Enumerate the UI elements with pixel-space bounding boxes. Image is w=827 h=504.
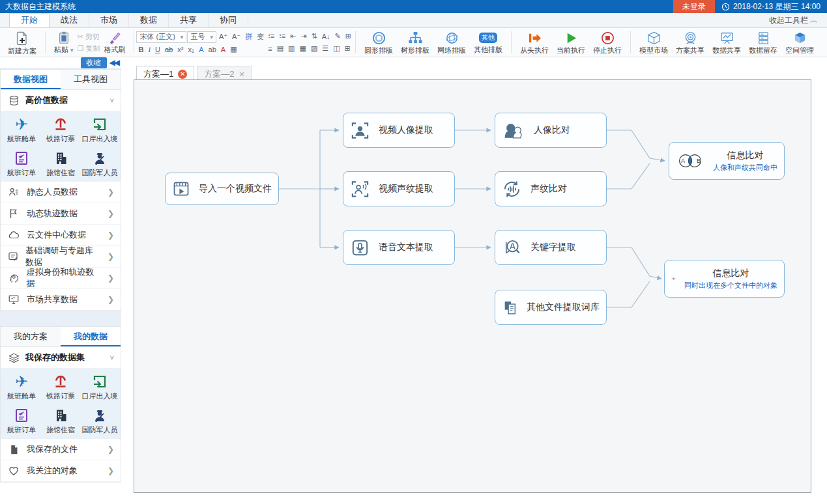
close-tab-icon[interactable]: ✕	[239, 70, 244, 79]
network-layout-button[interactable]: 网络排版	[433, 29, 470, 56]
node-info-compare-1[interactable]: A B 信息比对 人像和声纹共同命中	[669, 142, 785, 180]
char-shading-button[interactable]: ▦	[228, 45, 239, 53]
strikethrough-button[interactable]: ab	[163, 46, 175, 53]
node-info-compare-2[interactable]: A B 信息比对 同时出现在多个文件中的对象	[664, 260, 785, 298]
tree-layout-button[interactable]: 树形排版	[397, 29, 433, 56]
plan-share-button[interactable]: 方案共享	[672, 29, 708, 56]
menu-tab-share[interactable]: 共享	[169, 13, 209, 27]
space-management-button[interactable]: 空间管理	[781, 29, 818, 56]
menu-tab-tactics[interactable]: 战法	[50, 13, 89, 27]
list-item-virtual-identity[interactable]: 虚拟身份和轨迹数据 ❯	[1, 268, 121, 289]
flow-canvas[interactable]: 导入一个视频文件 视频人像提取 视频声纹提取 语音文本提取 人像比对 声纹比对 …	[134, 79, 811, 493]
menu-tab-start[interactable]: 开始	[9, 13, 50, 27]
node-voiceprint-compare[interactable]: 声纹比对	[495, 171, 607, 206]
shading-button[interactable]: ◫	[331, 44, 341, 53]
dataset-military-personnel[interactable]: 国防军人员	[80, 407, 119, 435]
align-left-button[interactable]: ≡	[266, 45, 274, 53]
dataset-hotel-stay[interactable]: 旅馆住宿	[41, 407, 80, 435]
node-face-compare[interactable]: 人像比对	[495, 113, 607, 148]
phonetic-guide-button[interactable]: 拼	[243, 32, 254, 42]
table-button[interactable]: ⊞	[343, 32, 353, 40]
data-share-button[interactable]: 数据共享	[708, 29, 745, 56]
list-item-saved-files[interactable]: 我保存的文件 ❯	[1, 439, 121, 460]
dataset-railway-ticket[interactable]: 铁路订票	[41, 116, 80, 144]
collapse-toolbar-link[interactable]: 收起工具栏 ︿	[769, 13, 827, 27]
list-item-cloud-file-center[interactable]: 云文件中心数据 ❯	[1, 225, 121, 246]
menu-tab-market[interactable]: 市场	[89, 13, 129, 27]
align-center-button[interactable]: ▤	[275, 44, 285, 53]
run-current-button[interactable]: 当前执行	[553, 29, 589, 56]
font-name-select[interactable]: 宋体 (正文)▾	[136, 31, 186, 43]
cut-button[interactable]: ✂剪切	[78, 32, 100, 42]
format-painter-button[interactable]: 格式刷	[100, 29, 129, 56]
sort-button[interactable]: A↓	[320, 33, 332, 40]
justify-button[interactable]: ▦	[297, 44, 308, 53]
node-other-file-word-library[interactable]: 其他文件提取词库	[495, 290, 607, 325]
data-retention-button[interactable]: 数据留存	[745, 29, 781, 56]
chevron-left-double-icon[interactable]: ◀◀	[109, 58, 120, 67]
paragraph-spacing-button[interactable]: ☰	[320, 44, 330, 53]
model-market-button[interactable]: 模型市场	[635, 29, 672, 56]
tab-data-view[interactable]: 数据视图	[1, 70, 61, 89]
grow-font-button[interactable]: A⁺	[217, 33, 229, 41]
circle-layout-button[interactable]: 圆形排版	[360, 29, 397, 56]
close-tab-icon[interactable]: ✕	[178, 70, 187, 79]
tab-tool-view[interactable]: 工具视图	[61, 70, 121, 89]
highlight-button[interactable]: ab	[207, 46, 218, 53]
dataset-flight-manifest[interactable]: ✈ 航班舱单	[2, 116, 41, 144]
text-effects-button[interactable]: A	[197, 46, 205, 53]
dataset-military-personnel[interactable]: 国防军人员	[80, 150, 119, 178]
dataset-hotel-stay[interactable]: 旅馆住宿	[41, 150, 80, 178]
dataset-border-entry-exit[interactable]: 口岸出入境	[80, 116, 119, 144]
font-size-select[interactable]: 五号▾	[187, 31, 216, 43]
font-color-button[interactable]: A	[219, 46, 227, 53]
section-saved-datasets[interactable]: 我保存的数据集 ˅	[1, 347, 121, 369]
underline-button[interactable]: U	[153, 46, 162, 53]
increase-indent-button[interactable]: ⇥	[298, 32, 308, 40]
menu-tab-data[interactable]: 数据	[129, 13, 169, 27]
node-import-video-file[interactable]: 导入一个视频文件	[165, 173, 279, 205]
copy-button[interactable]: ❐复制	[78, 44, 100, 53]
other-layout-button[interactable]: 其他 其他排版	[470, 29, 506, 56]
line-spacing-button[interactable]: ⇅	[310, 32, 319, 40]
show-marks-button[interactable]: ✎	[333, 32, 343, 40]
align-right-button[interactable]: ▥	[286, 44, 297, 53]
node-speech-to-text-extract[interactable]: 语音文本提取	[343, 230, 455, 265]
paste-button[interactable]: 粘贴 ▾	[50, 29, 78, 56]
italic-button[interactable]: I	[146, 46, 152, 53]
section-high-value-data[interactable]: 高价值数据 ˅	[1, 90, 121, 111]
dataset-flight-order[interactable]: 航班订单	[2, 407, 41, 435]
decrease-indent-button[interactable]: ⇤	[288, 32, 298, 40]
subscript-button[interactable]: x₂	[186, 46, 196, 53]
collapse-sidebar-button[interactable]: 收缩	[81, 57, 107, 68]
title-bar: 大数据自主建模系统 未登录 2018-02-13 星期三 14:00	[0, 0, 827, 13]
distribute-button[interactable]: ▧	[309, 44, 319, 53]
list-item-research-library[interactable]: 基础调研与专题库数据 ❯	[1, 246, 121, 268]
node-video-face-extract[interactable]: 视频人像提取	[343, 113, 455, 148]
node-keyword-extract[interactable]: 关键字提取	[495, 230, 607, 265]
dataset-railway-ticket[interactable]: 铁路订票	[41, 373, 80, 401]
dataset-flight-order[interactable]: 航班订单	[2, 150, 41, 178]
dataset-flight-manifest[interactable]: ✈ 航班舱单	[2, 373, 41, 401]
bullet-list-button[interactable]: ⁝≡	[266, 32, 276, 40]
shrink-font-button[interactable]: A⁻	[230, 33, 242, 41]
stop-execution-button[interactable]: 停止执行	[589, 29, 626, 56]
new-plan-button[interactable]: 新建方案	[4, 29, 40, 56]
dataset-border-entry-exit[interactable]: 口岸出入境	[80, 373, 119, 401]
list-item-followed-objects[interactable]: 我关注的对象 ❯	[1, 460, 121, 482]
run-from-start-button[interactable]: 从头执行	[516, 29, 553, 56]
list-item-static-personnel[interactable]: 静态人员数据 ❯	[1, 182, 121, 203]
bold-button[interactable]: B	[136, 46, 145, 53]
borders-button[interactable]: ⊞	[343, 44, 353, 53]
node-video-voiceprint-extract[interactable]: 视频声纹提取	[343, 171, 455, 206]
caret-down-icon: ▾	[210, 34, 213, 40]
tab-my-data[interactable]: 我的数据	[61, 327, 121, 346]
change-case-button[interactable]: 变	[255, 32, 266, 42]
login-status-badge[interactable]: 未登录	[673, 0, 715, 13]
menu-tab-collab[interactable]: 协同	[209, 13, 248, 27]
list-item-market-shared-data[interactable]: 市场共享数据 ❯	[1, 289, 121, 311]
superscript-button[interactable]: x²	[175, 46, 185, 53]
list-item-dynamic-trajectory[interactable]: 动态轨迹数据 ❯	[1, 203, 121, 225]
tab-my-plans[interactable]: 我的方案	[1, 327, 61, 346]
numbered-list-button[interactable]: ⁝≡	[277, 32, 287, 40]
